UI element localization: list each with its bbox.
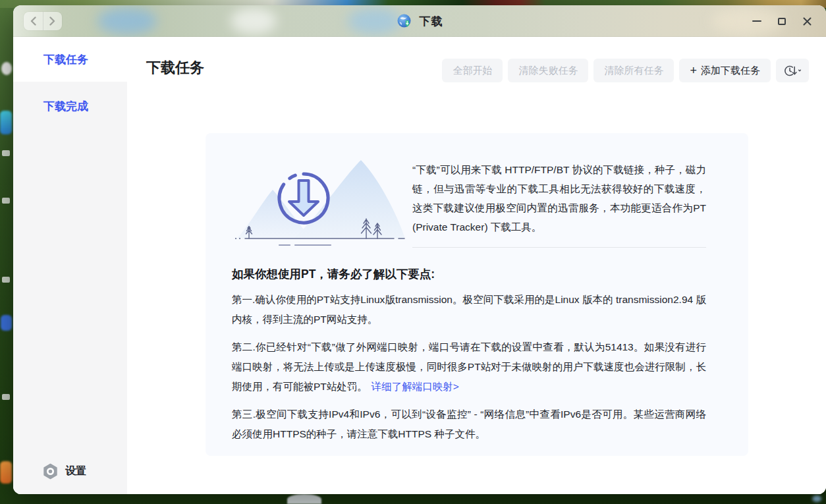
- desktop-label-fragment: [2, 198, 10, 204]
- sort-order-button[interactable]: [776, 59, 809, 82]
- close-button[interactable]: [794, 5, 819, 37]
- window-title: 下载: [420, 14, 443, 29]
- start-all-button[interactable]: 全部开始: [442, 59, 503, 82]
- sort-by-time-icon: [784, 65, 802, 77]
- sidebar-item-download-complete[interactable]: 下载完成: [13, 82, 127, 130]
- sidebar: 下载任务 下载完成 设置: [13, 37, 127, 494]
- back-button[interactable]: [24, 12, 43, 30]
- desktop-icon-fragment: [0, 111, 12, 134]
- card-intro-row: “下载”可以用来下载 HTTP/FTP/BT 协议的下载链接，种子，磁力链，但与…: [206, 133, 748, 248]
- clear-failed-button[interactable]: 清除失败任务: [508, 59, 588, 82]
- pt-point-2: 第二.你已经针对“下载”做了外网端口映射，端口号请在下载的设置中查看，默认为51…: [232, 337, 706, 397]
- sidebar-item-label: 下载完成: [43, 99, 88, 114]
- download-illustration: [232, 150, 407, 248]
- pt-point-1-text: 第一.确认你使用的PT站支持Linux版transmission。极空间下载采用…: [232, 294, 706, 325]
- plus-icon: +: [690, 65, 697, 76]
- titlebar-blur-blob: [97, 8, 157, 34]
- pt-point-1: 第一.确认你使用的PT站支持Linux版transmission。极空间下载采用…: [232, 290, 706, 329]
- minimize-icon: [752, 20, 761, 22]
- mountain-right: [294, 160, 405, 238]
- settings-label: 设置: [65, 464, 86, 478]
- desktop-icon-fragment: [1, 62, 12, 75]
- desktop-icon-fragment: [287, 494, 321, 504]
- settings-button[interactable]: 设置: [42, 463, 86, 480]
- desktop-icon-fragment: [0, 461, 12, 484]
- add-download-task-label: 添加下载任务: [701, 65, 760, 77]
- gear-icon: [42, 463, 59, 480]
- minimize-button[interactable]: [744, 5, 769, 37]
- chevron-left-icon: [30, 16, 36, 26]
- main-content: 下载任务 全部开始 清除失败任务 清除所有任务 + 添加下载任务: [127, 37, 826, 494]
- desktop-label-fragment: [2, 150, 10, 156]
- add-download-task-button[interactable]: + 添加下载任务: [679, 59, 771, 82]
- pt-point-3-text: 第三.极空间下载支持IPv4和IPv6，可以到“设备监控” - “网络信息”中查…: [232, 408, 706, 439]
- intro-paragraph: “下载”可以用来下载 HTTP/FTP/BT 协议的下载链接，种子，磁力链，但与…: [412, 160, 706, 237]
- sidebar-item-label: 下载任务: [43, 52, 88, 67]
- desktop-label-fragment: [2, 394, 10, 400]
- titlebar-blur-blob: [348, 8, 400, 34]
- port-mapping-link[interactable]: 详细了解端口映射>: [372, 381, 459, 392]
- history-nav-group: [24, 12, 62, 30]
- clear-all-button[interactable]: 清除所有任务: [593, 59, 674, 82]
- pt-point-3: 第三.极空间下载支持IPv4和IPv6，可以到“设备监控” - “网络信息”中查…: [232, 405, 706, 444]
- forward-button[interactable]: [43, 12, 63, 30]
- desktop-icon-fragment: [1, 315, 12, 331]
- pt-info-card: “下载”可以用来下载 HTTP/FTP/BT 协议的下载链接，种子，磁力链，但与…: [206, 133, 748, 456]
- desktop-label-fragment: [2, 277, 10, 283]
- chevron-right-icon: [49, 16, 55, 26]
- maximize-icon: [778, 18, 786, 25]
- card-body: 如果你想使用PT，请务必了解以下要点: 第一.确认你使用的PT站支持Linux版…: [206, 266, 748, 444]
- desktop-icon-fragment: [812, 495, 821, 502]
- window-body: 下载任务 下载完成 设置 下载任务 全部开始 清除失败任务 清除所有任务: [13, 37, 826, 494]
- titlebar-blur-blob: [231, 8, 277, 34]
- download-app-window: 下载 下载任务 下载完成 设置: [13, 5, 826, 494]
- window-controls: [744, 5, 819, 37]
- sidebar-item-download-tasks[interactable]: 下载任务: [13, 37, 127, 82]
- pt-point-2-text: 第二.你已经针对“下载”做了外网端口映射，端口号请在下载的设置中查看，默认为51…: [232, 341, 706, 392]
- titlebar: 下载: [13, 5, 826, 37]
- download-arrow-icon: [289, 181, 318, 215]
- page-title: 下载任务: [146, 58, 204, 78]
- toolbar: 全部开始 清除失败任务 清除所有任务 + 添加下载任务: [442, 59, 809, 82]
- maximize-button[interactable]: [769, 5, 794, 37]
- pt-section-heading: 如果你想使用PT，请务必了解以下要点:: [232, 266, 706, 282]
- intro-wrap: “下载”可以用来下载 HTTP/FTP/BT 协议的下载链接，种子，磁力链，但与…: [412, 150, 706, 248]
- close-icon: [803, 17, 812, 26]
